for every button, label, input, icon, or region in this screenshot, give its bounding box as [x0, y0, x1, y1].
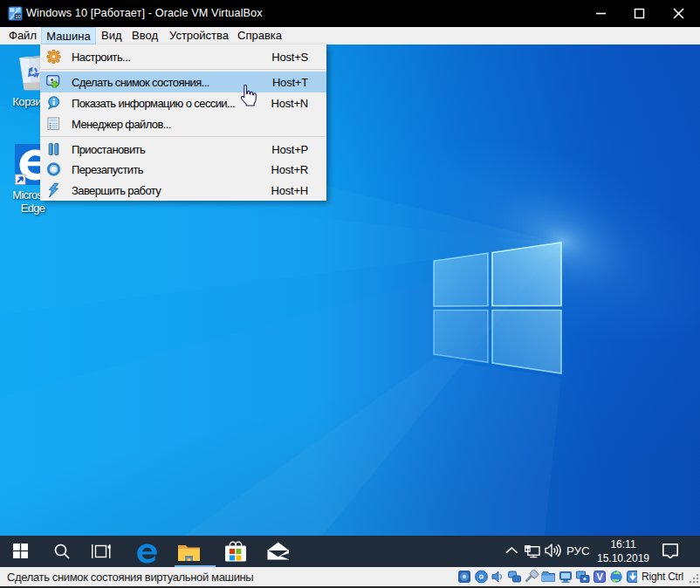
svg-text:V: V [596, 571, 603, 582]
svg-text:10: 10 [15, 14, 20, 19]
